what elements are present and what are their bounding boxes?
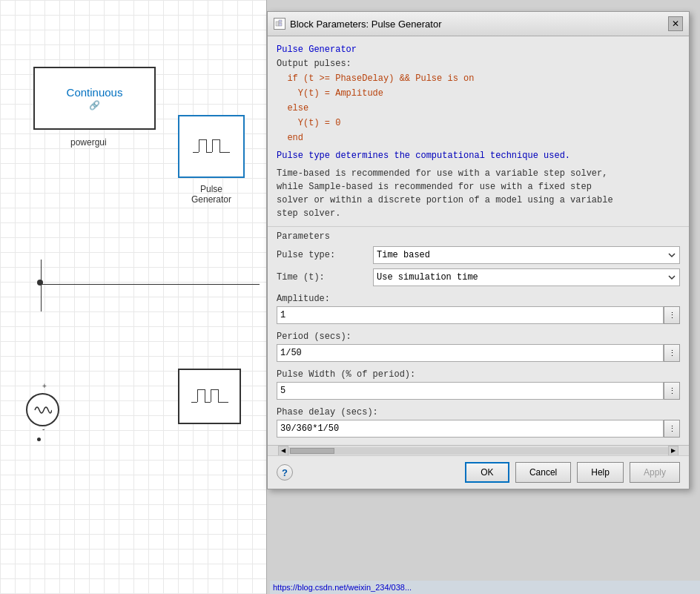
svg-rect-16: [218, 389, 219, 402]
phase-delay-input[interactable]: [277, 420, 664, 438]
params-header: Parameters: [277, 231, 680, 242]
source-block[interactable]: [26, 393, 59, 426]
amplitude-row: ⋮: [277, 306, 680, 324]
plus-label: +: [42, 382, 47, 390]
phase-delay-section: Phase delay (secs): ⋮: [268, 407, 689, 445]
svg-rect-20: [279, 23, 282, 26]
pulse-type-select[interactable]: Time based Sample based: [373, 246, 680, 264]
wire-v1: [41, 260, 42, 311]
svg-rect-17: [218, 402, 228, 403]
scroll-track[interactable]: [288, 447, 668, 455]
svg-rect-8: [219, 152, 230, 153]
desc-paragraph: Time-based is recommended for use with a…: [277, 167, 680, 220]
svg-rect-4: [206, 152, 212, 153]
period-input[interactable]: [277, 344, 664, 362]
block-params-dialog: Block Parameters: Pulse Generator ✕ Puls…: [267, 11, 690, 489]
pulse-type-label: Pulse type:: [277, 250, 373, 260]
pulse-type-row: Pulse type: Time based Sample based: [277, 246, 680, 264]
svg-rect-19: [279, 20, 282, 22]
period-section: Period (secs): ⋮: [268, 331, 689, 369]
footer-buttons: OK Cancel Help Apply: [465, 462, 680, 483]
pulse-width-section: Pulse Width (% of period): ⋮: [268, 369, 689, 407]
phase-delay-menu-btn[interactable]: ⋮: [664, 420, 680, 438]
period-row: ⋮: [277, 344, 680, 362]
help-button[interactable]: Help: [577, 462, 624, 483]
dialog-title-icon: [274, 18, 285, 30]
desc-code-block: if (t >= PhaseDelay) && Pulse is on Y(t)…: [277, 72, 680, 145]
pulse-icon-bottom: [191, 383, 228, 409]
pulse-gen-block-top[interactable]: [178, 115, 245, 178]
svg-rect-15: [211, 389, 218, 390]
svg-rect-9: [191, 402, 197, 403]
svg-rect-7: [219, 139, 220, 152]
footer-left: ?: [277, 464, 293, 481]
scroll-thumb[interactable]: [290, 448, 334, 454]
svg-rect-5: [212, 139, 213, 152]
dialog-description[interactable]: Pulse Generator Output pulses: if (t >= …: [268, 36, 689, 227]
simulink-canvas: Continuous 🔗 powergui Pulse Generator + …: [0, 0, 267, 594]
horizontal-scrollbar[interactable]: ◀ ▶: [268, 445, 689, 455]
desc-block-name: Pulse Generator: [277, 42, 680, 56]
desc-output: Output pulses:: [277, 56, 680, 70]
time-label: Time (t):: [277, 272, 373, 283]
pulse-gen-label-top: Pulse Generator: [171, 184, 252, 205]
apply-button[interactable]: Apply: [630, 462, 680, 483]
svg-rect-6: [212, 139, 219, 140]
cancel-button[interactable]: Cancel: [515, 462, 571, 483]
svg-rect-0: [193, 152, 199, 153]
dialog-close-button[interactable]: ✕: [668, 16, 683, 31]
time-row: Time (t): Use simulation time Use extern…: [277, 268, 680, 286]
continuous-icon: 🔗: [89, 100, 100, 110]
dialog-title-left: Block Parameters: Pulse Generator: [274, 18, 441, 30]
ok-button[interactable]: OK: [465, 462, 509, 483]
url-bar: https://blog.csdn.net/weixin_234/038...: [270, 581, 700, 594]
params-section: Parameters Pulse type: Time based Sample…: [268, 227, 689, 294]
continuous-block[interactable]: Continuous 🔗: [33, 67, 156, 130]
period-label: Period (secs):: [277, 331, 680, 342]
help-icon[interactable]: ?: [277, 464, 293, 481]
wire-h1: [41, 284, 260, 285]
dialog-footer: ? OK Cancel Help Apply: [268, 455, 689, 489]
minus-label: -: [42, 425, 44, 433]
pulse-width-label: Pulse Width (% of period):: [277, 369, 680, 380]
amplitude-menu-btn[interactable]: ⋮: [664, 306, 680, 324]
svg-rect-18: [276, 22, 279, 26]
svg-rect-10: [197, 389, 198, 402]
phase-delay-label: Phase delay (secs):: [277, 407, 680, 418]
powergui-label: powergui: [70, 137, 107, 148]
svg-rect-14: [211, 389, 211, 402]
url-text: https://blog.csdn.net/weixin_234/038...: [273, 583, 412, 592]
wire-dot-1: [37, 280, 43, 286]
sine-icon: [33, 403, 52, 418]
pulse-icon-top: [193, 133, 230, 159]
time-select[interactable]: Use simulation time Use external signal: [373, 268, 680, 286]
continuous-label: Continuous: [67, 86, 123, 99]
scroll-right-btn[interactable]: ▶: [668, 446, 678, 456]
period-menu-btn[interactable]: ⋮: [664, 344, 680, 362]
svg-rect-3: [206, 139, 207, 152]
svg-rect-1: [199, 139, 199, 152]
pulse-gen-block-bottom[interactable]: [178, 369, 241, 424]
amplitude-input[interactable]: [277, 306, 664, 324]
svg-rect-11: [197, 389, 205, 390]
pulse-width-input[interactable]: [277, 382, 664, 400]
pulse-width-row: ⋮: [277, 382, 680, 400]
phase-delay-row: ⋮: [277, 420, 680, 438]
amplitude-label: Amplitude:: [277, 294, 680, 304]
dialog-title-text: Block Parameters: Pulse Generator: [290, 19, 441, 30]
pulse-width-menu-btn[interactable]: ⋮: [664, 382, 680, 400]
svg-rect-2: [199, 139, 206, 140]
svg-rect-13: [205, 402, 211, 403]
dialog-titlebar[interactable]: Block Parameters: Pulse Generator ✕: [268, 12, 689, 36]
amplitude-section: Amplitude: ⋮: [268, 294, 689, 331]
dialog-icon-svg: [275, 19, 284, 28]
svg-rect-12: [205, 389, 205, 402]
wire-dot-2: [37, 438, 41, 441]
scroll-left-btn[interactable]: ◀: [278, 446, 288, 456]
desc-note: Pulse type determines the computational …: [277, 149, 680, 162]
